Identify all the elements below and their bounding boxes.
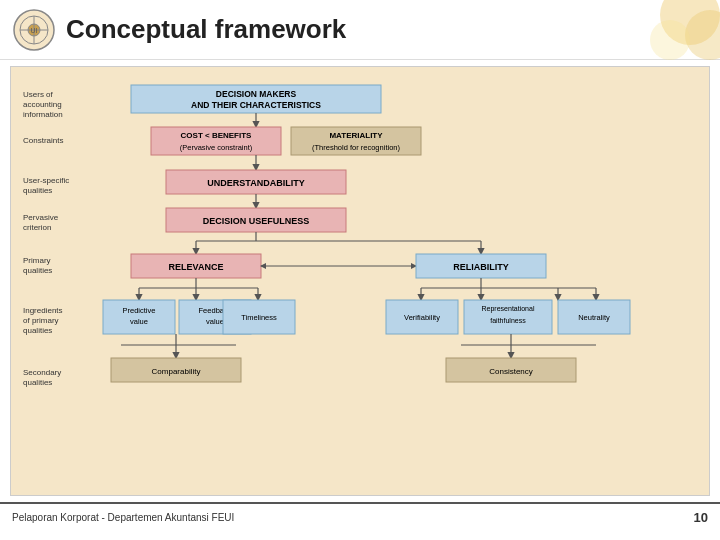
svg-point-8	[650, 20, 690, 60]
svg-text:accounting: accounting	[23, 100, 62, 109]
decorative-circles-icon	[600, 0, 720, 60]
svg-text:(Pervasive constraint): (Pervasive constraint)	[180, 143, 253, 152]
svg-text:qualities: qualities	[23, 186, 52, 195]
svg-text:Ingredients: Ingredients	[23, 306, 63, 315]
svg-text:MATERIALITY: MATERIALITY	[329, 131, 383, 140]
page-title: Conceptual framework	[66, 14, 346, 45]
svg-text:Primary: Primary	[23, 256, 51, 265]
footer: Pelaporan Korporat - Departemen Akuntans…	[0, 502, 720, 530]
svg-text:qualities: qualities	[23, 266, 52, 275]
conceptual-framework-diagram: Users of accounting information DECISION…	[21, 75, 701, 485]
svg-text:qualities: qualities	[23, 326, 52, 335]
svg-text:User-specific: User-specific	[23, 176, 69, 185]
svg-text:Neutrality: Neutrality	[578, 313, 610, 322]
svg-text:Representational: Representational	[482, 305, 535, 313]
svg-text:criterion: criterion	[23, 223, 51, 232]
svg-text:Consistency: Consistency	[489, 367, 533, 376]
svg-text:Comparability: Comparability	[152, 367, 201, 376]
svg-text:UI: UI	[31, 27, 38, 34]
svg-text:Predictive: Predictive	[123, 306, 156, 315]
svg-text:DECISION USEFULNESS: DECISION USEFULNESS	[203, 216, 310, 226]
university-logo-icon: UI	[12, 8, 56, 52]
svg-text:Users of: Users of	[23, 90, 54, 99]
svg-text:value: value	[130, 317, 148, 326]
svg-text:Pervasive: Pervasive	[23, 213, 59, 222]
diagram-area: Users of accounting information DECISION…	[10, 66, 710, 496]
svg-text:Verifiability: Verifiability	[404, 313, 440, 322]
header: UI Conceptual framework	[0, 0, 720, 60]
svg-text:AND THEIR CHARACTERISTICS: AND THEIR CHARACTERISTICS	[191, 100, 321, 110]
svg-text:information: information	[23, 110, 63, 119]
svg-text:DECISION MAKERS: DECISION MAKERS	[216, 89, 297, 99]
svg-text:Constraints: Constraints	[23, 136, 63, 145]
svg-text:qualities: qualities	[23, 378, 52, 387]
svg-text:COST < BENEFITS: COST < BENEFITS	[181, 131, 253, 140]
svg-text:RELEVANCE: RELEVANCE	[169, 262, 224, 272]
svg-text:of primary: of primary	[23, 316, 59, 325]
svg-text:value: value	[206, 317, 224, 326]
svg-text:Timeliness: Timeliness	[241, 313, 277, 322]
svg-text:(Threshold for recognition): (Threshold for recognition)	[312, 143, 400, 152]
page-number: 10	[694, 510, 708, 525]
footer-text: Pelaporan Korporat - Departemen Akuntans…	[12, 512, 234, 523]
svg-text:UNDERSTANDABILITY: UNDERSTANDABILITY	[207, 178, 304, 188]
svg-text:Secondary: Secondary	[23, 368, 61, 377]
svg-text:faithfulness: faithfulness	[490, 317, 526, 324]
svg-text:RELIABILITY: RELIABILITY	[453, 262, 509, 272]
